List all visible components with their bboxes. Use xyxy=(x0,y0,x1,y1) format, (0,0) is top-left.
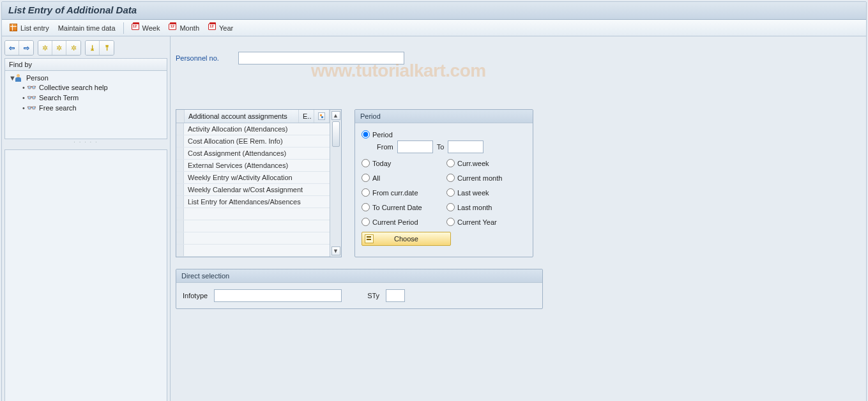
expand-button[interactable]: ⤓ xyxy=(86,41,100,55)
tree-node-person[interactable]: ▼ Person xyxy=(8,73,164,82)
sty-input[interactable] xyxy=(386,289,405,302)
grid-config-button[interactable] xyxy=(314,110,330,123)
maintain-time-button[interactable]: Maintain time data xyxy=(54,23,119,33)
radio-all-label: All xyxy=(372,174,380,182)
nav-back-button[interactable]: ⇦ xyxy=(5,41,19,55)
list-entry-label: List entry xyxy=(20,24,49,32)
radio-curr-week-label: Curr.week xyxy=(457,160,489,167)
grid-row-item[interactable]: Activity Allocation (Attendances) xyxy=(184,123,330,135)
radio-to-current-label: To Current Date xyxy=(372,204,422,211)
radio-current-month-label: Current month xyxy=(457,174,502,182)
choose-label: Choose xyxy=(394,235,418,243)
row-handle[interactable] xyxy=(176,172,184,183)
row-handle[interactable] xyxy=(176,184,184,195)
radio-today[interactable] xyxy=(362,159,370,167)
radio-to-current[interactable] xyxy=(362,203,370,211)
from-input[interactable] xyxy=(397,140,433,153)
row-handle[interactable] xyxy=(176,123,184,135)
fav2-button[interactable]: ✲ xyxy=(52,41,66,55)
radio-current-month[interactable] xyxy=(446,174,455,182)
star-icon: ✲ xyxy=(71,44,77,52)
choose-button[interactable]: Choose xyxy=(362,232,451,246)
grid-row-item[interactable]: List Entry for Attendances/Absences xyxy=(184,196,330,208)
arrow-right-icon: ⇨ xyxy=(24,44,29,52)
personnel-no-input[interactable] xyxy=(238,52,404,64)
fav1-button[interactable]: ✲ xyxy=(38,41,52,55)
grid-scrollbar[interactable]: ▲ ▼ xyxy=(330,110,341,257)
month-button[interactable]: Month xyxy=(165,22,203,34)
infotype-input[interactable] xyxy=(214,289,342,302)
calendar-icon xyxy=(169,24,178,33)
grid-empty-row xyxy=(184,232,330,244)
radio-current-year-label: Current Year xyxy=(457,218,497,226)
year-button[interactable]: Year xyxy=(204,22,237,34)
from-label: From xyxy=(377,143,393,151)
collapse-button[interactable]: ⤒ xyxy=(100,41,114,55)
expand-down-icon: ⤓ xyxy=(89,44,95,52)
radio-from-curr-label: From curr.date xyxy=(372,189,418,197)
week-button[interactable]: Week xyxy=(128,22,164,34)
radio-today-label: Today xyxy=(372,160,391,167)
star-icon: ✲ xyxy=(56,44,62,52)
arrow-left-icon: ⇦ xyxy=(9,44,15,52)
grid-row-item[interactable]: Weekly Entry w/Activity Allocation xyxy=(184,172,330,183)
to-input[interactable] xyxy=(448,140,483,153)
person-icon xyxy=(15,74,24,82)
scroll-track[interactable] xyxy=(331,120,340,246)
nav-forward-button[interactable]: ⇨ xyxy=(19,41,33,55)
binoculars-icon: 👓 xyxy=(27,103,36,112)
grid-handle[interactable] xyxy=(176,110,185,123)
personnel-no-label: Personnel no. xyxy=(176,54,219,62)
grid-col-e[interactable]: E.. xyxy=(299,110,314,123)
tree-caret-icon: ▼ xyxy=(9,74,15,82)
grid-row-item[interactable]: Cost Allocation (EE Rem. Info) xyxy=(184,135,330,147)
list-entry-button[interactable]: List entry xyxy=(6,22,53,34)
radio-from-curr[interactable] xyxy=(362,188,370,197)
period-title: Period xyxy=(355,110,533,123)
splitter-handle[interactable]: · · · · · xyxy=(4,139,167,143)
binoculars-icon: 👓 xyxy=(27,83,36,92)
app-toolbar: List entry Maintain time data Week Month… xyxy=(2,20,866,36)
radio-all[interactable] xyxy=(362,174,370,182)
grid-icon xyxy=(10,24,19,33)
toolbar-separator xyxy=(123,22,124,34)
tree-node-free-search[interactable]: • 👓 Free search xyxy=(8,103,164,113)
grid-row-item[interactable]: Weekly Calendar w/Cost Assignment xyxy=(184,184,330,195)
grid-empty-row xyxy=(184,220,330,232)
tree-node-collective[interactable]: • 👓 Collective search help xyxy=(8,82,164,93)
tree-label: Person xyxy=(26,74,49,82)
radio-last-month[interactable] xyxy=(446,203,455,211)
direct-selection-groupbox: Direct selection Infotype STy xyxy=(176,269,543,309)
scroll-up-button[interactable]: ▲ xyxy=(331,111,340,120)
calendar-icon xyxy=(208,24,217,33)
row-handle[interactable] xyxy=(176,196,184,208)
scroll-thumb[interactable] xyxy=(332,121,340,147)
radio-last-week-label: Last week xyxy=(457,189,489,197)
radio-last-week[interactable] xyxy=(446,188,455,197)
month-label: Month xyxy=(179,24,199,32)
tree-bullet-icon: • xyxy=(20,104,27,112)
row-handle[interactable] xyxy=(176,135,184,147)
maintain-time-label: Maintain time data xyxy=(58,24,116,32)
tree-node-search-term[interactable]: • 👓 Search Term xyxy=(8,93,164,103)
radio-period-label: Period xyxy=(372,131,393,139)
period-groupbox: Period Period From To Today Curr.week xyxy=(354,109,533,257)
row-handle[interactable] xyxy=(176,148,184,159)
choose-icon xyxy=(365,234,374,243)
tree-label: Search Term xyxy=(39,94,79,102)
radio-curr-week[interactable] xyxy=(446,159,455,167)
radio-current-period[interactable] xyxy=(362,218,370,226)
fav3-button[interactable]: ✲ xyxy=(66,41,80,55)
direct-title: Direct selection xyxy=(176,269,542,283)
tree-bullet-icon: • xyxy=(20,84,27,91)
row-handle[interactable] xyxy=(176,160,184,171)
grid-row-item[interactable]: Cost Assignment (Attendances) xyxy=(184,148,330,159)
result-list-pane xyxy=(4,149,167,401)
radio-period[interactable] xyxy=(362,130,370,139)
grid-col-main[interactable]: Additional account assignments xyxy=(185,110,299,123)
scroll-down-button[interactable]: ▼ xyxy=(331,246,340,255)
page-title: List Entry of Additional Data xyxy=(2,2,866,20)
config-icon xyxy=(318,112,325,120)
grid-row-item[interactable]: External Services (Attendances) xyxy=(184,160,330,171)
radio-current-year[interactable] xyxy=(446,218,455,226)
